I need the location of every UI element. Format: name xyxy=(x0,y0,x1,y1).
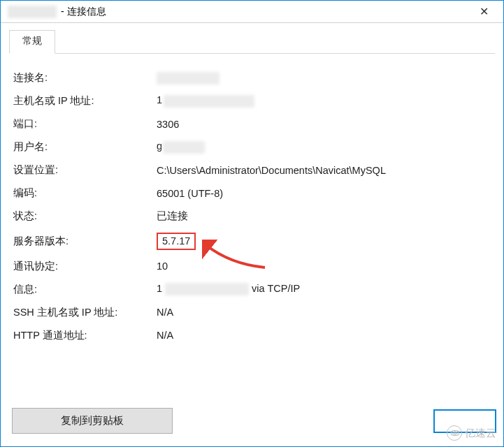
row-settings: 设置位置: C:\Users\Administrator\Documents\N… xyxy=(13,159,491,182)
row-version: 服务器版本: 5.7.17 xyxy=(13,228,491,255)
value-http-tunnel: N/A xyxy=(157,330,173,341)
row-ssh-host: SSH 主机名或 IP 地址: N/A xyxy=(13,301,491,324)
label-port: 端口: xyxy=(13,117,157,131)
row-http-tunnel: HTTP 通道地址: N/A xyxy=(13,324,491,347)
window: - 连接信息 ✕ 常规 连接名: 主机名或 IP 地址: 1 端口: 3306 xyxy=(0,0,504,447)
value-host: 1 xyxy=(157,94,254,107)
label-http-tunnel: HTTP 通道地址: xyxy=(13,329,157,342)
value-info-prefix: 1 xyxy=(157,283,162,294)
tabstrip: 常规 xyxy=(9,30,495,54)
label-host: 主机名或 IP 地址: xyxy=(13,94,157,108)
row-port: 端口: 3306 xyxy=(13,112,491,135)
row-user: 用户名: g xyxy=(13,135,491,159)
value-settings: C:\Users\Administrator\Documents\Navicat… xyxy=(157,165,386,176)
value-status: 已连接 xyxy=(157,210,188,223)
row-info: 信息: 1via TCP/IP xyxy=(13,278,491,301)
close-button[interactable]: ✕ xyxy=(468,2,499,22)
value-user: g xyxy=(157,140,205,153)
value-port: 3306 xyxy=(157,119,179,130)
label-status: 状态: xyxy=(13,210,157,223)
value-protocol: 10 xyxy=(157,261,168,272)
label-encoding: 编码: xyxy=(13,186,157,200)
label-ssh-host: SSH 主机名或 IP 地址: xyxy=(13,306,157,319)
value-conn-name xyxy=(157,71,219,84)
value-version: 5.7.17 xyxy=(157,233,196,250)
button-bar: 复制到剪贴板 xyxy=(9,405,495,438)
value-encoding: 65001 (UTF-8) xyxy=(157,188,223,199)
row-conn-name: 连接名: xyxy=(13,66,491,89)
tab-content: 连接名: 主机名或 IP 地址: 1 端口: 3306 用户名: g 设置位置:… xyxy=(9,54,495,405)
label-protocol: 通讯协定: xyxy=(13,260,157,273)
value-info: 1via TCP/IP xyxy=(157,283,300,295)
row-status: 状态: 已连接 xyxy=(13,205,491,228)
copy-to-clipboard-button[interactable]: 复制到剪贴板 xyxy=(12,408,173,434)
row-protocol: 通讯协定: 10 xyxy=(13,255,491,278)
client-area: 常规 连接名: 主机名或 IP 地址: 1 端口: 3306 用户名: g 设置… xyxy=(1,23,503,446)
label-info: 信息: xyxy=(13,283,157,296)
ok-button[interactable] xyxy=(433,409,496,433)
label-user: 用户名: xyxy=(13,140,157,154)
label-settings: 设置位置: xyxy=(13,163,157,177)
title-redacted xyxy=(8,6,57,18)
row-host: 主机名或 IP 地址: 1 xyxy=(13,89,491,112)
tab-general[interactable]: 常规 xyxy=(9,30,55,54)
label-version: 服务器版本: xyxy=(13,235,157,248)
label-conn-name: 连接名: xyxy=(13,71,157,85)
close-icon: ✕ xyxy=(480,5,489,18)
row-encoding: 编码: 65001 (UTF-8) xyxy=(13,182,491,205)
value-info-suffix: via TCP/IP xyxy=(252,283,300,294)
titlebar: - 连接信息 ✕ xyxy=(1,1,503,23)
window-title-suffix: - 连接信息 xyxy=(61,6,106,18)
value-ssh-host: N/A xyxy=(157,307,173,318)
